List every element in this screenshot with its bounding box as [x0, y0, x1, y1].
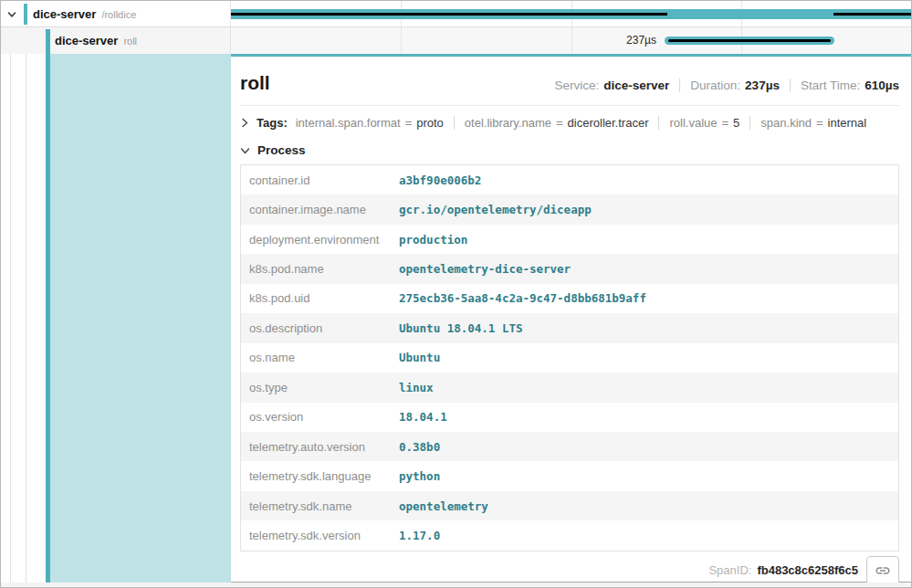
kv-value: 0.38b0: [399, 440, 440, 454]
tree-indent-guide: [10, 54, 11, 583]
tag-key: otel.library.name: [465, 116, 551, 130]
kv-value: 18.04.1: [399, 410, 447, 424]
tags-accordion[interactable]: Tags: internal.span.format = proto otel.…: [240, 116, 899, 130]
detail-header: roll Service: dice-server Duration: 237µ…: [240, 72, 899, 94]
span-service-text: dice-server: [55, 34, 118, 47]
tag-key: span.kind: [760, 116, 812, 130]
span-operation-name: roll: [123, 36, 137, 47]
tag-value: internal: [828, 116, 867, 130]
meta-label: Service:: [554, 79, 599, 92]
spanid-label: SpanID:: [708, 563, 751, 577]
span-service-name: dice-serverroll: [55, 27, 137, 55]
kv-key: telemetry.sdk.language: [241, 469, 399, 483]
kv-value: production: [399, 233, 467, 247]
tag-item: internal.span.format = proto: [296, 116, 444, 130]
tag-key: roll.value: [669, 116, 717, 130]
tag-equals: =: [816, 116, 823, 130]
kv-key: os.description: [241, 321, 399, 335]
table-row: telemetry.sdk.version1.17.0: [241, 520, 898, 550]
kv-value: a3bf90e006b2: [399, 173, 481, 187]
tag-equals: =: [722, 116, 729, 130]
meta-label: Duration:: [690, 79, 740, 92]
span-name-cell-rolldice[interactable]: dice-server/rolldice: [1, 1, 231, 27]
span-detail-panel: roll Service: dice-server Duration: 237µ…: [231, 54, 912, 583]
detail-footer: SpanID: fb483c8c6258f6c5: [240, 556, 899, 585]
process-label: Process: [257, 143, 306, 157]
span-service-name: dice-server/rolldice: [33, 1, 136, 28]
kv-value: gcr.io/opentelemetry/diceapp: [399, 203, 592, 216]
table-row: os.descriptionUbuntu 18.04.1 LTS: [241, 313, 898, 342]
kv-key: os.version: [241, 410, 399, 424]
kv-key: telemetry.sdk.name: [241, 499, 399, 513]
meta-start-time: Start Time: 610µs: [801, 79, 899, 92]
kv-key: container.id: [241, 173, 399, 187]
meta-duration: Duration: 237µs: [690, 79, 780, 92]
kv-key: os.name: [241, 351, 399, 364]
kv-value: linux: [399, 381, 434, 394]
tag-value: 5: [733, 116, 739, 130]
span-color-tick: [24, 4, 27, 25]
table-row: os.nameUbuntu: [241, 343, 898, 373]
kv-key: telemetry.sdk.version: [241, 529, 399, 542]
collapse-chevron-down-icon[interactable]: [6, 9, 17, 20]
meta-value: 610µs: [865, 79, 899, 92]
tag-item: otel.library.name = diceroller.tracer: [465, 116, 649, 130]
kv-value: opentelemetry: [399, 499, 488, 513]
tag-item: span.kind = internal: [760, 116, 866, 130]
span-service-text: dice-server: [33, 7, 96, 21]
kv-value: Ubuntu: [399, 351, 440, 364]
tag-separator: [658, 116, 659, 130]
process-accordion[interactable]: Process: [240, 143, 899, 157]
meta-service: Service: dice-server: [554, 79, 669, 92]
table-row: os.version18.04.1: [241, 403, 898, 432]
tag-separator: [750, 116, 750, 130]
tag-separator: [454, 116, 455, 130]
kv-key: os.type: [241, 381, 399, 394]
table-row: telemetry.sdk.languagepython: [241, 461, 898, 490]
kv-key: container.image.name: [241, 203, 399, 216]
meta-separator: [679, 79, 680, 92]
span-bar-rolldice[interactable]: [231, 9, 911, 19]
span-title: roll: [240, 72, 270, 94]
timeline-empty-area: [1, 583, 911, 588]
span-operation-name: /rolldice: [101, 9, 136, 20]
meta-label: Start Time:: [801, 79, 860, 92]
link-icon: [875, 562, 891, 579]
tag-equals: =: [405, 116, 413, 130]
kv-key: telemetry.auto.version: [241, 440, 399, 454]
kv-key: deployment.environment: [241, 233, 399, 247]
child-span-marker: [231, 13, 667, 16]
span-row-roll[interactable]: dice-serverroll 237µs: [1, 27, 911, 54]
meta-value: dice-server: [603, 79, 669, 92]
span-row-rolldice[interactable]: dice-server/rolldice: [1, 1, 911, 27]
copy-link-button[interactable]: [866, 556, 899, 585]
tag-value: proto: [416, 116, 444, 130]
kv-value: 1.17.0: [399, 529, 440, 542]
table-row: k8s.pod.uid275ecb36-5aa8-4c2a-9c47-d8bb6…: [241, 284, 898, 313]
tree-indent-guide: [26, 54, 26, 583]
jaeger-trace-detail-window: dice-server/rolldice dice-serverroll 237…: [0, 0, 912, 588]
chevron-right-icon: [240, 118, 249, 128]
span-meta: Service: dice-server Duration: 237µs Sta…: [554, 79, 899, 92]
tag-equals: =: [556, 116, 563, 130]
table-row: os.typelinux: [241, 373, 898, 402]
span-bar-core: [668, 39, 831, 42]
kv-key: k8s.pod.name: [241, 262, 399, 276]
span-duration-label: 237µs: [459, 27, 656, 54]
table-row: k8s.pod.nameopentelemetry-dice-server: [241, 254, 898, 283]
tag-item: roll.value = 5: [669, 116, 739, 130]
tag-value: diceroller.tracer: [568, 116, 649, 130]
kv-value: 275ecb36-5aa8-4c2a-9c47-d8bb681b9aff: [399, 291, 646, 305]
span-name-cell-roll[interactable]: dice-serverroll: [1, 27, 231, 54]
kv-key: k8s.pod.uid: [241, 291, 399, 305]
meta-separator: [790, 79, 791, 92]
table-row: telemetry.auto.version0.38b0: [241, 432, 898, 461]
kv-value: opentelemetry-dice-server: [399, 262, 571, 276]
tag-key: internal.span.format: [296, 116, 401, 130]
timeline-row-rolldice: [231, 1, 911, 27]
table-row: container.ida3bf90e006b2: [241, 165, 898, 194]
process-kv-table: container.ida3bf90e006b2 container.image…: [240, 164, 899, 551]
tags-label: Tags:: [257, 116, 288, 130]
meta-value: 237µs: [745, 79, 780, 92]
span-bar-roll[interactable]: [665, 37, 834, 45]
